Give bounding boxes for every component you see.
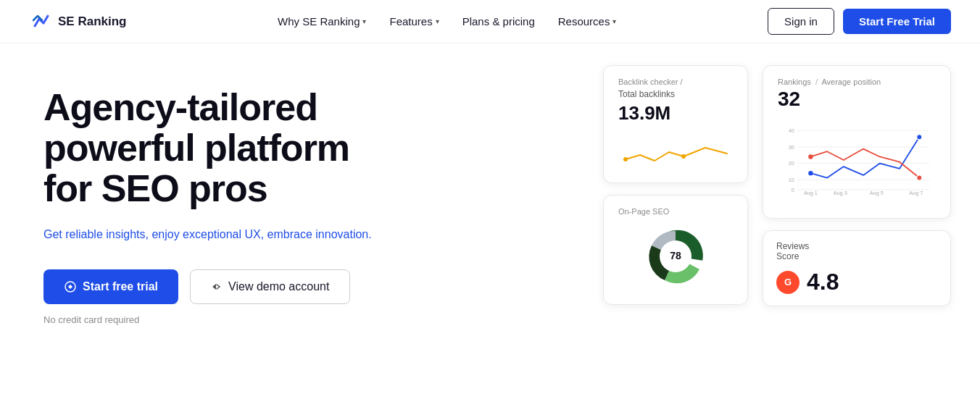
no-credit-text: No credit card required	[43, 314, 372, 325]
svg-text:30: 30	[789, 144, 794, 151]
widget-col-right: Rankings / Average position 32 40 30 2	[763, 65, 951, 306]
start-free-trial-hero-button[interactable]: Start free trial	[43, 269, 178, 304]
svg-text:Aug 3: Aug 3	[834, 190, 847, 196]
svg-text:Aug 1: Aug 1	[804, 190, 818, 196]
svg-point-19	[808, 171, 813, 175]
nav-actions: Sign in Start Free Trial	[768, 8, 951, 35]
backlink-value: 13.9M	[618, 102, 733, 125]
hero-widgets: Backlink checker / Total backlinks 13.9M…	[603, 65, 951, 306]
signin-button[interactable]: Sign in	[768, 8, 834, 35]
demo-icon	[211, 281, 223, 293]
rankings-widget: Rankings / Average position 32 40 30 2	[763, 65, 951, 219]
logo-text: SE Ranking	[58, 14, 126, 29]
svg-text:Aug 5: Aug 5	[870, 190, 884, 196]
onpage-widget: On-Page SEO 78	[603, 195, 748, 305]
rocket-icon	[64, 280, 77, 293]
logo-icon	[29, 10, 52, 33]
reviews-widget: Reviews Score G 4.8	[763, 230, 951, 306]
rankings-header: Rankings / Average position	[778, 77, 936, 86]
subtitle-mid: , enjoy exceptional UX, embrace	[146, 228, 316, 240]
svg-text:Aug 7: Aug 7	[909, 190, 923, 196]
chevron-down-icon: ▾	[436, 17, 439, 25]
reviews-score: 4.8	[807, 269, 839, 295]
backlink-chart	[618, 132, 734, 168]
rankings-chart: 40 30 20 10 0 Aug 1 Aug 3 Aug 5 Aug 7	[778, 117, 936, 203]
rankings-value: 32	[778, 88, 936, 111]
subtitle-highlight2: innovation	[315, 228, 368, 240]
subtitle-plain: Get	[43, 228, 65, 240]
hero-buttons: Start free trial View demo account	[43, 269, 372, 304]
svg-point-22	[917, 175, 922, 180]
onpage-label: On-Page SEO	[618, 207, 733, 216]
hero-left: Agency-tailoredpowerful platformfor SEO …	[43, 80, 372, 325]
svg-text:0: 0	[792, 187, 794, 193]
view-demo-button[interactable]: View demo account	[190, 269, 350, 304]
subtitle-highlight1: reliable insights	[65, 228, 145, 240]
hero-subtitle: Get reliable insights, enjoy exceptional…	[43, 226, 372, 243]
backlink-label: Backlink checker /	[618, 77, 733, 86]
donut-chart: 78	[618, 220, 733, 293]
svg-point-1	[623, 157, 628, 161]
chevron-down-icon: ▾	[362, 17, 366, 25]
hero-section: Agency-tailoredpowerful platformfor SEO …	[0, 43, 980, 399]
svg-point-20	[917, 135, 922, 140]
nav-plans-pricing[interactable]: Plans & pricing	[454, 9, 544, 33]
hero-title: Agency-tailoredpowerful platformfor SEO …	[43, 87, 372, 209]
svg-text:20: 20	[789, 160, 794, 167]
nav-links: Why SE Ranking ▾ Features ▾ Plans & pric…	[269, 9, 625, 33]
start-free-trial-button[interactable]: Start Free Trial	[843, 9, 951, 34]
widget-col-left: Backlink checker / Total backlinks 13.9M…	[603, 65, 748, 306]
nav-features[interactable]: Features ▾	[381, 9, 447, 33]
g2-badge: G	[776, 271, 800, 294]
nav-resources[interactable]: Resources ▾	[549, 9, 626, 33]
svg-point-2	[681, 154, 686, 159]
logo[interactable]: SE Ranking	[29, 10, 126, 33]
svg-point-21	[808, 154, 813, 159]
navbar: SE Ranking Why SE Ranking ▾ Features ▾ P…	[0, 0, 980, 43]
backlink-sublabel: Total backlinks	[618, 89, 733, 99]
svg-text:40: 40	[789, 127, 794, 134]
reviews-row: G 4.8	[776, 269, 937, 295]
svg-text:78: 78	[670, 250, 681, 261]
nav-why-se-ranking[interactable]: Why SE Ranking ▾	[269, 9, 375, 33]
subtitle-end: .	[368, 228, 371, 240]
chevron-down-icon: ▾	[612, 17, 616, 25]
svg-text:10: 10	[789, 177, 794, 183]
backlink-widget: Backlink checker / Total backlinks 13.9M	[603, 65, 748, 183]
reviews-label: Reviews Score	[776, 241, 937, 261]
